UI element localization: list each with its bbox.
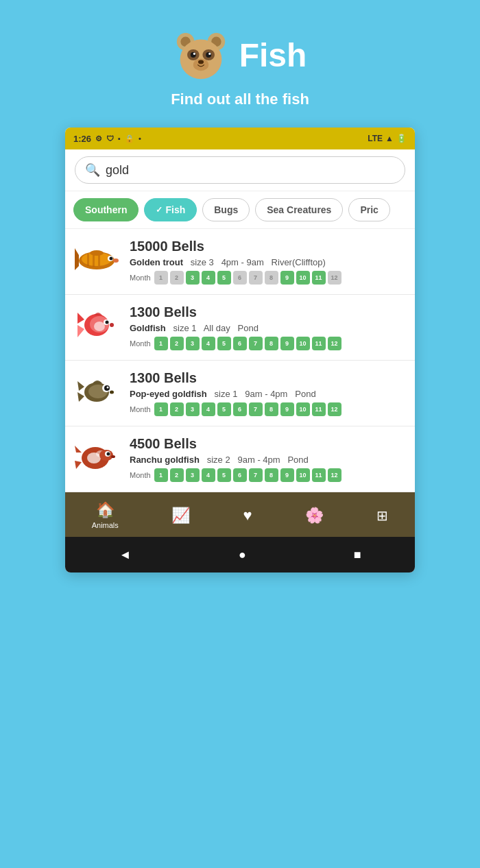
svg-point-12 xyxy=(198,60,204,64)
security-icon: 🛡 xyxy=(106,134,114,143)
heart-icon: ♥ xyxy=(243,507,252,525)
fish-item-goldfish[interactable]: 1300 Bells Goldfish size 1 All day Pond … xyxy=(65,295,415,361)
svg-point-38 xyxy=(110,391,114,394)
svg-marker-18 xyxy=(75,248,79,270)
search-input-wrapper[interactable]: 🔍 xyxy=(75,156,405,184)
bugs-label: Bugs xyxy=(214,204,238,215)
svg-point-10 xyxy=(208,53,211,55)
southern-label: Southern xyxy=(85,204,127,215)
check-icon: ✓ xyxy=(156,205,163,215)
flower-icon: 🌸 xyxy=(305,507,324,525)
svg-point-7 xyxy=(190,52,195,58)
nav-item-trending[interactable]: 📈 xyxy=(171,507,190,525)
fish-label: Fish xyxy=(165,204,185,215)
ranchu-goldfish-details: Ranchu goldfish size 2 9am - 4pm Pond xyxy=(130,455,405,465)
svg-marker-43 xyxy=(75,446,82,453)
goldfish-details: Goldfish size 1 All day Pond xyxy=(130,323,405,333)
svg-point-29 xyxy=(106,321,109,324)
pop-eyed-goldfish-details: Pop-eyed goldfish size 1 9am - 4pm Pond xyxy=(130,389,405,399)
subtitle: Find out all the fish xyxy=(171,91,309,108)
price-label: Pric xyxy=(360,204,378,215)
filter-tab-sea-creatures[interactable]: Sea Creatures xyxy=(255,198,343,221)
svg-marker-26 xyxy=(77,313,84,324)
grid-icon: ⊞ xyxy=(376,507,388,524)
svg-rect-15 xyxy=(87,254,89,266)
fish-item-ranchu-goldfish[interactable]: 4500 Bells Ranchu goldfish size 2 9am - … xyxy=(65,426,415,492)
svg-point-22 xyxy=(113,258,119,263)
svg-point-46 xyxy=(107,453,110,456)
svg-point-9 xyxy=(193,53,195,55)
svg-marker-44 xyxy=(75,461,82,469)
dot-icon: • xyxy=(139,134,141,143)
search-bar: 🔍 xyxy=(65,149,415,191)
pop-eyed-goldfish-image xyxy=(72,370,121,411)
goldfish-image xyxy=(72,304,121,346)
battery-icon: 🔋 xyxy=(396,134,407,143)
media-icon: ▪ xyxy=(118,134,121,143)
filter-tab-southern[interactable]: Southern xyxy=(73,198,139,221)
signal-icon: ▲ xyxy=(385,134,394,143)
svg-marker-34 xyxy=(77,392,84,402)
svg-point-37 xyxy=(107,387,109,389)
fish-item-pop-eyed-goldfish[interactable]: 1300 Bells Pop-eyed goldfish size 1 9am … xyxy=(65,361,415,426)
filter-tab-bugs[interactable]: Bugs xyxy=(202,198,250,221)
ranchu-goldfish-info: 4500 Bells Ranchu goldfish size 2 9am - … xyxy=(130,436,405,482)
svg-marker-33 xyxy=(77,381,84,391)
svg-point-30 xyxy=(110,323,114,327)
golden-trout-details: Golden trout size 3 4pm - 9am River(Clif… xyxy=(130,257,405,267)
trending-icon: 📈 xyxy=(171,507,190,525)
back-button[interactable]: ◄ xyxy=(119,548,131,562)
android-nav: ◄ ● ■ xyxy=(65,537,415,572)
lte-label: LTE xyxy=(368,134,383,143)
svg-point-25 xyxy=(94,322,105,331)
golden-trout-price: 15000 Bells xyxy=(130,239,405,254)
svg-marker-27 xyxy=(77,325,84,337)
bear-avatar-icon xyxy=(173,27,228,82)
ranchu-goldfish-price: 4500 Bells xyxy=(130,436,405,452)
fish-item-golden-trout[interactable]: 15000 Bells Golden trout size 3 4pm - 9a… xyxy=(65,229,415,295)
golden-trout-months: Month 1 2 3 4 5 6 7 8 9 10 11 12 xyxy=(130,271,405,285)
filter-tab-fish[interactable]: ✓ Fish xyxy=(144,198,197,221)
fish-list: 15000 Bells Golden trout size 3 4pm - 9a… xyxy=(65,229,415,492)
svg-point-19 xyxy=(90,250,104,256)
filter-tab-price[interactable]: Pric xyxy=(348,198,389,221)
home-icon: 🏠 xyxy=(96,501,115,519)
header-top: Fish xyxy=(173,27,307,82)
settings-icon: ⚙ xyxy=(95,134,102,143)
search-icon: 🔍 xyxy=(85,162,100,178)
pop-eyed-goldfish-price: 1300 Bells xyxy=(130,370,405,386)
phone-frame: 1:26 ⚙ 🛡 ▪ 🔒 • LTE ▲ 🔋 🔍 Southern xyxy=(65,128,415,572)
nav-item-animals[interactable]: 🏠 Animals xyxy=(92,501,119,529)
bottom-nav: 🏠 Animals 📈 ♥ 🌸 ⊞ xyxy=(65,492,415,537)
search-input[interactable] xyxy=(106,163,395,178)
goldfish-info: 1300 Bells Goldfish size 1 All day Pond … xyxy=(130,304,405,350)
ranchu-goldfish-months: Month 1 2 3 4 5 6 7 8 9 10 11 12 xyxy=(130,468,405,482)
app-title: Fish xyxy=(239,36,307,74)
svg-point-47 xyxy=(111,455,115,458)
pop-eyed-goldfish-info: 1300 Bells Pop-eyed goldfish size 1 9am … xyxy=(130,370,405,416)
status-right: LTE ▲ 🔋 xyxy=(368,134,407,143)
pop-eyed-goldfish-months: Month 1 2 3 4 5 6 7 8 9 10 11 12 xyxy=(130,402,405,416)
svg-point-8 xyxy=(206,52,211,58)
golden-trout-image xyxy=(72,239,121,280)
ranchu-goldfish-image xyxy=(72,436,121,477)
golden-trout-info: 15000 Bells Golden trout size 3 4pm - 9a… xyxy=(130,239,405,285)
nav-item-grid[interactable]: ⊞ xyxy=(376,507,388,524)
status-bar: 1:26 ⚙ 🛡 ▪ 🔒 • LTE ▲ 🔋 xyxy=(65,128,415,149)
sea-creatures-label: Sea Creatures xyxy=(267,204,331,215)
home-button[interactable]: ● xyxy=(239,548,246,562)
filter-tabs: Southern ✓ Fish Bugs Sea Creatures Pric xyxy=(65,191,415,229)
status-left: 1:26 ⚙ 🛡 ▪ 🔒 • xyxy=(73,134,141,144)
goldfish-months: Month 1 2 3 4 5 6 7 8 9 10 11 12 xyxy=(130,337,405,350)
animals-label: Animals xyxy=(92,521,119,529)
svg-point-21 xyxy=(110,257,113,261)
recent-button[interactable]: ■ xyxy=(354,548,361,562)
page-wrapper: Fish Find out all the fish 1:26 ⚙ 🛡 ▪ 🔒 … xyxy=(0,0,480,868)
nav-item-flower[interactable]: 🌸 xyxy=(305,507,324,525)
nav-item-favorites[interactable]: ♥ xyxy=(243,507,252,525)
time-display: 1:26 xyxy=(73,134,91,144)
lock-icon: 🔒 xyxy=(125,134,134,143)
goldfish-price: 1300 Bells xyxy=(130,304,405,320)
header-section: Fish Find out all the fish xyxy=(171,0,309,128)
